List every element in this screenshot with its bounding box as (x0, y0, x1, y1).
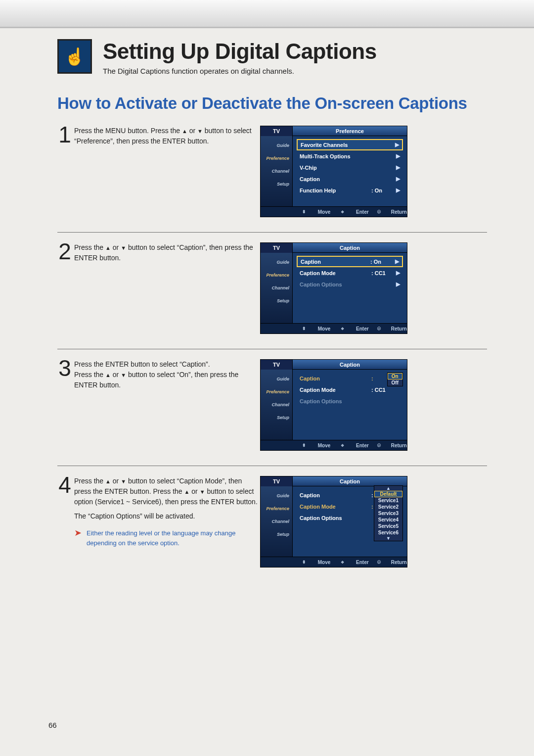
osd-title: Caption (293, 243, 407, 253)
osd-sidebar-item[interactable]: Channel (261, 282, 292, 294)
step-number: 1 (57, 126, 72, 146)
osd-hint-enter: ⎆Enter (330, 560, 368, 565)
osd-panel: TVCaptionGuidePreferenceChannelSetupCapt… (260, 359, 407, 451)
osd-row-label: Caption (300, 376, 371, 381)
down-icon: ▼ (200, 489, 205, 495)
osd-row-value: : CC1 (371, 270, 394, 276)
osd-row-label: Caption Mode (300, 504, 371, 510)
step-text: Press the ▲ or ▼ button to select “Capti… (74, 476, 260, 548)
osd-hint-enter: ⎆Enter (330, 443, 368, 448)
osd-sidebar-item[interactable]: Guide (261, 373, 292, 385)
osd-menu-row[interactable]: Caption▶ (297, 173, 403, 185)
up-icon: ▲ (182, 128, 187, 134)
osd-menu-row[interactable]: Favorite Channels▶ (297, 139, 403, 150)
osd-hint-return: ⦾Return (369, 560, 407, 565)
osd-main: Caption:Caption Mode:Caption Options▲Def… (293, 486, 407, 557)
osd-popup-option[interactable]: On (388, 373, 402, 379)
osd-sidebar-item[interactable]: Preference (261, 152, 292, 165)
osd-popup-option[interactable]: Default (374, 491, 402, 497)
osd-tv-label: TV (261, 476, 293, 486)
up-icon: ▲ (105, 478, 111, 484)
osd-popup[interactable]: OnOff (387, 373, 403, 386)
chevron-right-icon: ▶ (393, 258, 399, 265)
osd-hint-move: ⬍Move (292, 209, 330, 215)
osd-sidebar-item[interactable]: Guide (261, 489, 292, 502)
osd-sidebar-item[interactable]: Preference (261, 385, 292, 398)
step-number: 4 (57, 476, 72, 548)
osd-panel: TVPreferenceGuidePreferenceChannelSetupF… (260, 126, 407, 217)
osd-row-label: Caption (300, 176, 371, 182)
down-icon: ▼ (197, 128, 203, 134)
osd-row-label: Caption Mode (300, 387, 371, 393)
osd-sidebar-item[interactable]: Setup (261, 411, 292, 424)
osd-popup-option[interactable]: Service2 (374, 504, 402, 510)
chevron-right-icon: ▶ (394, 176, 400, 182)
osd-row-label: Caption Options (300, 398, 371, 404)
chevron-right-icon: ▶ (394, 164, 400, 171)
osd-main: Caption:Caption Mode: CC1Caption Options… (293, 370, 407, 440)
top-metallic-strip (0, 0, 534, 28)
divider (57, 232, 487, 233)
osd-menu-row[interactable]: Function Help: On▶ (297, 185, 403, 196)
osd-row-value: : On (370, 259, 393, 265)
osd-row-label: Favorite Channels (301, 142, 370, 148)
osd-sidebar-item[interactable]: Channel (261, 398, 292, 411)
osd-sidebar-item[interactable]: Guide (261, 139, 292, 152)
osd-title: Preference (293, 126, 407, 136)
osd-row-label: Function Help (300, 188, 371, 193)
osd-popup-option[interactable]: Service3 (374, 510, 402, 517)
step-text: Press the ENTER button to select “Captio… (74, 359, 260, 390)
osd-hint-enter: ⎆Enter (330, 209, 368, 215)
step-text: Press the ▲ or ▼ button to select “Capti… (74, 242, 260, 263)
osd-popup-option[interactable]: Service5 (374, 523, 402, 529)
osd-footer: ⬍Move⎆Enter⦾Return (261, 440, 407, 450)
osd-hint-move: ⬍Move (292, 560, 330, 565)
osd-menu-row[interactable]: Caption Options (297, 395, 403, 407)
osd-hint-return: ⦾Return (369, 326, 407, 331)
osd-row-label: Caption Mode (300, 270, 371, 276)
divider (57, 466, 487, 466)
osd-menu-row[interactable]: V-Chip▶ (297, 162, 403, 173)
osd-popup-option[interactable]: Service1 (374, 497, 402, 504)
section-heading: How to Activate or Deactivate the On-scr… (57, 94, 487, 113)
osd-popup-option[interactable]: Off (388, 379, 402, 386)
osd-sidebar-item[interactable]: Guide (261, 256, 292, 269)
osd-menu-row[interactable]: Caption Options▶ (297, 279, 403, 290)
osd-main: Favorite Channels▶Multi-Track Options▶V-… (293, 136, 407, 206)
osd-menu-row[interactable]: Caption Mode: CC1▶ (297, 267, 403, 279)
osd-sidebar: GuidePreferenceChannelSetup (261, 136, 293, 206)
page-subtitle: The Digital Captions function operates o… (103, 67, 377, 75)
osd-sidebar-item[interactable]: Channel (261, 165, 292, 178)
step-number: 2 (57, 242, 72, 263)
osd-tv-label: TV (261, 243, 293, 253)
osd-sidebar-item[interactable]: Setup (261, 528, 292, 541)
osd-title: Caption (293, 360, 407, 370)
chevron-down-icon: ▼ (374, 536, 402, 541)
page-number: 66 (48, 721, 57, 729)
osd-sidebar-item[interactable]: Preference (261, 502, 292, 515)
osd-title: Caption (293, 476, 407, 486)
arrow-icon: ➤ (74, 528, 82, 537)
osd-popup-option[interactable]: Service6 (374, 529, 402, 536)
osd-sidebar-item[interactable]: Channel (261, 515, 292, 528)
osd-sidebar: GuidePreferenceChannelSetup (261, 370, 293, 440)
osd-sidebar-item[interactable]: Setup (261, 178, 292, 190)
osd-row-label: Caption (301, 259, 370, 265)
step-number: 3 (57, 359, 72, 390)
page-title: Setting Up Digital Captions (103, 39, 377, 64)
osd-footer: ⬍Move⎆Enter⦾Return (261, 557, 407, 567)
osd-footer: ⬍Move⎆Enter⦾Return (261, 206, 407, 217)
osd-popup[interactable]: ▲DefaultService1Service2Service3Service4… (374, 485, 403, 541)
osd-hint-return: ⦾Return (369, 209, 407, 215)
up-icon: ▲ (184, 489, 190, 495)
osd-sidebar-item[interactable]: Preference (261, 269, 292, 282)
chevron-right-icon: ▶ (394, 270, 400, 276)
osd-popup-option[interactable]: Service4 (374, 517, 402, 523)
osd-menu-row[interactable]: Multi-Track Options▶ (297, 150, 403, 162)
osd-sidebar-item[interactable]: Setup (261, 294, 292, 307)
osd-hint-move: ⬍Move (292, 326, 330, 331)
down-icon: ▼ (121, 478, 126, 484)
osd-footer: ⬍Move⎆Enter⦾Return (261, 323, 407, 333)
osd-menu-row[interactable]: Caption: On▶ (297, 256, 403, 267)
pointer-icon: ☝ (57, 39, 92, 74)
